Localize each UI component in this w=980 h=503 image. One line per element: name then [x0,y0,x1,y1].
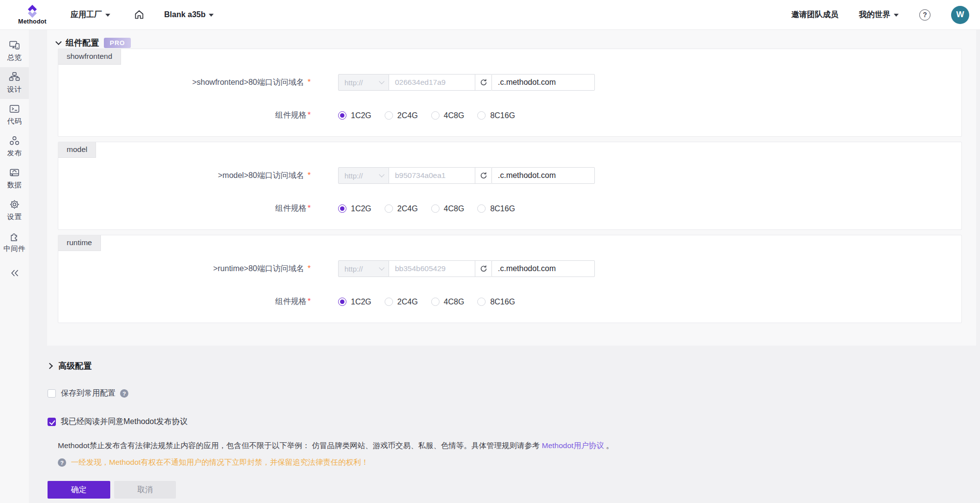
domain-suffix-input[interactable] [491,167,595,184]
chevron-right-icon [47,363,53,369]
radio-4c8g[interactable]: 4C8G [431,204,465,213]
radio-2c4g[interactable]: 2C4G [385,204,418,213]
sidebar-item-overview[interactable]: 总览 [0,35,29,67]
refresh-domain-button[interactable] [475,167,492,184]
chevron-down-icon [379,265,384,270]
sidebar-item-code[interactable]: 代码 [0,99,29,131]
refresh-domain-button[interactable] [475,260,492,277]
component-card-runtime: runtime >runtime>80端口访问域名* http:// [58,235,962,323]
required-asterisk: * [308,264,311,273]
sidebar-item-middleware[interactable]: 中间件 [0,226,29,258]
design-icon [9,72,20,82]
code-icon [9,103,20,114]
chevron-down-icon [105,14,110,17]
app-factory-menu[interactable]: 应用工厂 [71,10,110,20]
sidebar-item-design[interactable]: 设计 [0,67,29,99]
radio-8c16g[interactable]: 8C16G [477,204,515,213]
component-tab: showfrontend [58,49,121,65]
pro-badge: PRO [104,38,131,48]
refresh-icon [480,172,488,179]
methodot-logo-icon [25,4,40,18]
domain-input[interactable] [389,260,475,277]
domain-suffix-input[interactable] [491,74,595,91]
spec-radio-group: 1C2G 2C4G 4C8G 8C16G [338,298,515,306]
agreement-checkbox[interactable] [48,418,56,426]
disclaimer-body: Methodot禁止发布含有法律法规禁止内容的应用，包含但不限于以下举例： 仿冒… [58,441,542,450]
protocol-select[interactable]: http:// [338,74,389,91]
domain-input[interactable] [389,167,475,184]
radio-4c8g[interactable]: 4C8G [431,298,465,306]
spec-radio-group: 1C2G 2C4G 4C8G 8C16G [338,204,515,213]
refresh-icon [480,78,488,86]
radio-1c2g[interactable]: 1C2G [338,204,371,213]
sidebar: 总览 设计 代码 [0,30,29,503]
project-name: Blank a35b [164,10,205,19]
sidebar-label-publish: 发布 [7,149,22,158]
required-asterisk: * [308,78,311,86]
radio-8c16g[interactable]: 8C16G [477,111,515,120]
my-world-label: 我的世界 [859,10,890,20]
double-chevron-left-icon [10,269,20,277]
protocol-value: http:// [344,78,363,87]
sidebar-item-data[interactable]: 数据 [0,163,29,195]
domain-suffix-input[interactable] [491,260,595,277]
question-icon[interactable]: ? [120,389,128,398]
refresh-domain-button[interactable] [475,74,492,91]
component-card-model: model >model>80端口访问域名* http:// [58,142,962,230]
confirm-button[interactable]: 确定 [48,481,110,499]
invite-members-button[interactable]: 邀请团队成员 [791,10,838,20]
methodot-logo[interactable]: Methodot [15,4,50,25]
radio-2c4g[interactable]: 2C4G [385,298,418,306]
spec-label: 组件规格* [58,297,311,307]
sidebar-label-settings: 设置 [7,212,22,222]
top-nav: Methodot 应用工厂 Blank a35b 邀请团队成员 我的世界 ? W [0,0,980,30]
sidebar-item-settings[interactable]: 设置 [0,195,29,226]
cancel-button[interactable]: 取消 [114,481,176,499]
component-config-header[interactable]: 组件配置 PRO [56,37,962,49]
user-agreement-link[interactable]: Methodot用户协议 [542,441,604,450]
chevron-down-icon [894,14,899,17]
sidebar-item-publish[interactable]: 发布 [0,131,29,163]
component-tab: runtime [58,235,101,251]
overview-icon [9,40,20,50]
component-config-panel: 组件配置 PRO showfrontend >showfrontend>80端口… [47,30,976,346]
protocol-select[interactable]: http:// [338,167,389,184]
help-icon[interactable]: ? [919,9,931,21]
app-factory-label: 应用工厂 [71,10,102,20]
my-world-menu[interactable]: 我的世界 [859,10,899,20]
sidebar-label-code: 代码 [7,117,22,126]
bottom-section: 高级配置 保存到常用配置 ? 我已经阅读并同意Methodot发布协议 Meth… [48,360,980,499]
save-config-row: 保存到常用配置 ? [48,388,980,399]
question-icon: ? [58,458,66,467]
agreement-label: 我已经阅读并同意Methodot发布协议 [61,417,188,427]
chevron-down-icon [55,39,62,45]
radio-8c16g[interactable]: 8C16G [477,298,515,306]
home-button[interactable] [134,9,145,20]
warning-row: ? 一经发现，Methodot有权在不通知用户的情况下立即封禁，并保留追究法律责… [58,457,980,468]
main-content: 组件配置 PRO showfrontend >showfrontend>80端口… [29,30,980,503]
warning-text: 一经发现，Methodot有权在不通知用户的情况下立即封禁，并保留追究法律责任的… [71,457,368,468]
protocol-select[interactable]: http:// [338,260,389,277]
required-asterisk: * [308,111,311,119]
radio-2c4g[interactable]: 2C4G [385,111,418,120]
chevron-down-icon [379,172,384,177]
domain-input[interactable] [389,74,475,91]
save-config-checkbox[interactable] [48,389,56,398]
radio-1c2g[interactable]: 1C2G [338,298,371,306]
project-selector[interactable]: Blank a35b [164,10,214,19]
chevron-down-icon [379,78,384,84]
domain-label: >model>80端口访问域名* [58,171,311,181]
sidebar-label-middleware: 中间件 [3,244,25,253]
sidebar-label-design: 设计 [7,85,22,94]
protocol-value: http:// [344,265,363,273]
radio-4c8g[interactable]: 4C8G [431,111,465,120]
advanced-config-header[interactable]: 高级配置 [48,360,980,372]
home-icon [134,9,145,20]
invite-members-label: 邀请团队成员 [791,10,838,20]
sidebar-collapse-button[interactable] [0,265,29,281]
refresh-icon [480,265,488,273]
avatar[interactable]: W [951,6,969,24]
agreement-row: 我已经阅读并同意Methodot发布协议 [48,417,980,427]
domain-label: >showfrontend>80端口访问域名* [58,77,311,88]
radio-1c2g[interactable]: 1C2G [338,111,371,120]
